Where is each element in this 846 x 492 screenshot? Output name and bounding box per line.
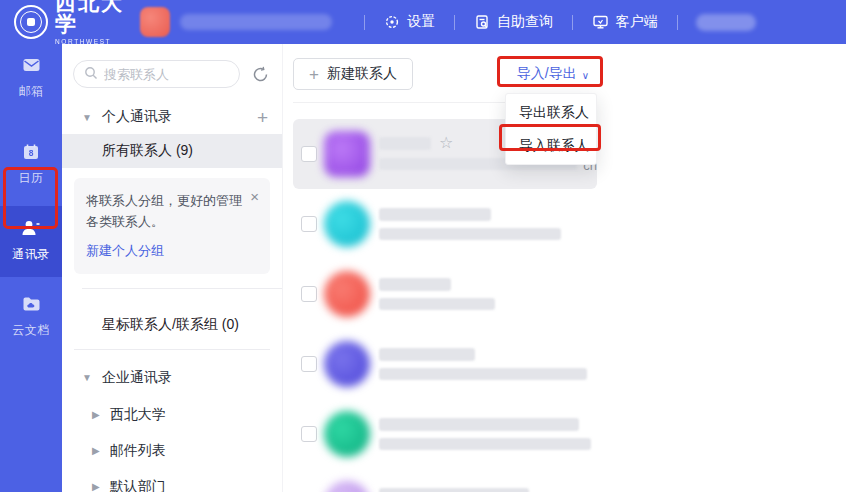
row-checkbox[interactable]: [301, 146, 317, 162]
topbar-text-redacted: [696, 14, 756, 31]
divider: [82, 288, 282, 289]
document-search-icon: [474, 14, 490, 30]
cloud-folder-icon: [21, 294, 42, 317]
contact-name-redacted: [379, 278, 451, 291]
contact-list: ☆ cn: [293, 119, 597, 492]
import-export-dropdown: 导出联系人 导入联系人: [505, 93, 597, 165]
settings-label: 设置: [407, 13, 435, 31]
contacts-sidebar-panel: ▼ 个人通讯录 + 所有联系人 (9) 将联系人分组，更好的管理各类联系人。 ×…: [62, 44, 283, 492]
add-group-icon[interactable]: +: [257, 108, 268, 127]
starred-contacts-label: 星标联系人/联系组 (0): [102, 316, 239, 332]
personal-contacts-title: 个人通讯录: [102, 108, 172, 126]
topbar-divider: [572, 15, 573, 30]
contact-email-redacted: [379, 298, 495, 310]
client-download-label: 客户端: [616, 13, 658, 31]
refresh-icon[interactable]: [249, 63, 271, 85]
dropdown-menu-item[interactable]: 导入联系人: [506, 129, 596, 162]
all-contacts-item[interactable]: 所有联系人 (9): [62, 134, 282, 168]
row-checkbox[interactable]: [301, 216, 317, 232]
rail-item-contacts[interactable]: 通讯录: [0, 206, 62, 277]
rail-item-clouddocs[interactable]: 云文档: [0, 285, 62, 348]
rail-label-mail: 邮箱: [19, 83, 44, 100]
contact-name-redacted: [379, 418, 579, 431]
chevron-right-icon: ▶: [92, 481, 100, 492]
user-avatar[interactable]: [140, 7, 170, 37]
close-icon[interactable]: ×: [250, 189, 259, 204]
contacts-page: 西北大学 NORTHWEST UNIVERSITY 设置: [0, 0, 846, 492]
search-icon: [84, 66, 98, 83]
enterprise-contacts-section[interactable]: ▼ 企业通讯录: [62, 367, 282, 389]
starred-contacts-item[interactable]: 星标联系人/联系组 (0): [62, 316, 282, 334]
contact-name-redacted: [379, 208, 491, 221]
divider: [74, 349, 270, 350]
settings-button[interactable]: 设置: [384, 13, 435, 31]
enterprise-tree-item[interactable]: ▶ 西北大学: [62, 405, 282, 425]
mail-icon: [21, 55, 42, 78]
search-input[interactable]: [104, 67, 229, 82]
contact-avatar: [324, 481, 370, 492]
topbar-divider: [364, 15, 365, 30]
chevron-down-icon: ▼: [82, 372, 92, 383]
row-checkbox[interactable]: [301, 286, 317, 302]
self-service-query-label: 自助查询: [497, 13, 553, 31]
app-rail: 邮箱 8 日历 通讯录: [0, 44, 62, 492]
enterprise-tree-item[interactable]: ▶ 默认部门: [62, 477, 282, 492]
contact-avatar: [324, 341, 370, 387]
new-contact-button[interactable]: + 新建联系人: [293, 58, 413, 90]
enterprise-tree-item[interactable]: ▶ 邮件列表: [62, 441, 282, 461]
chevron-down-icon: ∨: [582, 70, 589, 81]
import-export-label: 导入/导出: [517, 65, 577, 83]
row-checkbox[interactable]: [301, 426, 317, 442]
brand-title-zh: 西北大学: [55, 0, 124, 35]
contact-row[interactable]: ☆: [293, 329, 597, 399]
rail-label-contacts: 通讯录: [12, 246, 50, 263]
star-icon[interactable]: ☆: [439, 135, 453, 151]
svg-text:8: 8: [29, 148, 34, 158]
contact-search-box[interactable]: [73, 60, 240, 88]
contacts-icon: [20, 218, 42, 241]
import-export-button[interactable]: 导入/导出 ∨: [509, 59, 597, 89]
contact-avatar: [324, 201, 370, 247]
dropdown-item-label: 导出联系人: [519, 104, 589, 122]
promo-text: 将联系人分组，更好的管理各类联系人。: [86, 190, 244, 233]
self-service-query-button[interactable]: 自助查询: [474, 13, 553, 31]
contact-email-redacted: [379, 368, 587, 380]
contact-avatar: [324, 271, 370, 317]
topbar-divider: [677, 15, 678, 30]
plus-icon: +: [309, 66, 319, 83]
contact-name-redacted: [379, 137, 431, 150]
rail-label-clouddocs: 云文档: [12, 322, 50, 339]
enterprise-contacts-title: 企业通讯录: [102, 369, 172, 387]
contact-email-redacted: [379, 228, 561, 240]
contact-row[interactable]: ☆: [293, 189, 597, 259]
contact-avatar: [324, 411, 370, 457]
enterprise-tree-label: 默认部门: [110, 478, 166, 492]
topbar-divider: [454, 15, 455, 30]
rail-item-calendar[interactable]: 8 日历: [0, 133, 62, 196]
chevron-right-icon: ▶: [92, 445, 100, 456]
all-contacts-label: 所有联系人 (9): [102, 142, 193, 160]
row-checkbox[interactable]: [301, 356, 317, 372]
contact-email-redacted: [379, 438, 591, 450]
enterprise-tree-label: 西北大学: [110, 406, 166, 424]
contact-avatar: [324, 131, 370, 177]
contact-row[interactable]: ☆: [293, 259, 597, 329]
new-contact-label: 新建联系人: [327, 65, 397, 83]
monitor-icon: [592, 14, 609, 30]
contact-name-redacted: [379, 348, 475, 361]
current-user[interactable]: [140, 7, 332, 37]
dropdown-menu-item[interactable]: 导出联系人: [506, 96, 596, 129]
rail-item-mail[interactable]: 邮箱: [0, 46, 62, 109]
dropdown-item-label: 导入联系人: [519, 137, 589, 155]
chevron-right-icon: ▶: [92, 409, 100, 420]
enterprise-tree-label: 邮件列表: [110, 442, 166, 460]
personal-contacts-section[interactable]: ▼ 个人通讯录 +: [62, 106, 282, 128]
contact-row[interactable]: ☆: [293, 399, 597, 469]
group-promo-card: 将联系人分组，更好的管理各类联系人。 × 新建个人分组: [74, 178, 270, 274]
topbar: 西北大学 NORTHWEST UNIVERSITY 设置: [0, 0, 846, 44]
contact-name-redacted: [379, 488, 529, 492]
contact-row[interactable]: ☆: [293, 469, 597, 492]
client-download-button[interactable]: 客户端: [592, 13, 658, 31]
new-personal-group-link[interactable]: 新建个人分组: [86, 242, 164, 260]
chevron-down-icon: ▼: [82, 112, 92, 123]
